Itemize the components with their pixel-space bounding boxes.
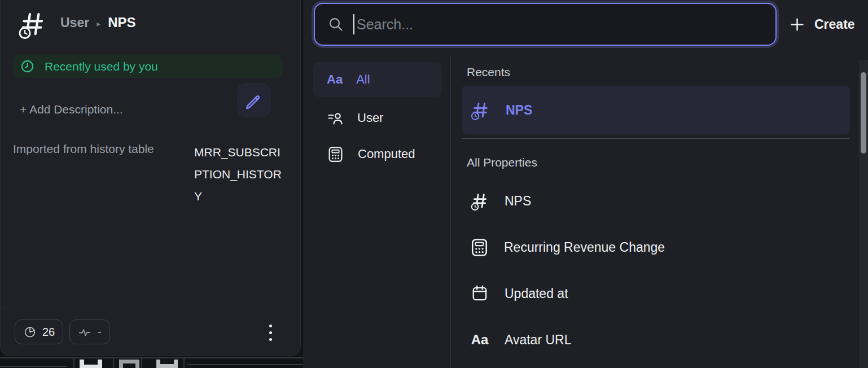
number-history-icon xyxy=(16,8,48,41)
filter-tab-all[interactable]: Aa All xyxy=(313,62,442,97)
property-item-nps[interactable]: NPS xyxy=(462,185,850,217)
edit-description-button[interactable] xyxy=(237,83,271,117)
background-artifact xyxy=(73,357,74,368)
background-artifact xyxy=(141,357,142,368)
scrollbar-thumb[interactable] xyxy=(861,72,866,154)
search-bar[interactable] xyxy=(314,3,777,46)
kebab-dot xyxy=(269,338,272,341)
imported-from-label: Imported from history table xyxy=(13,142,154,156)
recently-used-label: Recently used by you xyxy=(45,60,158,73)
property-label: Avatar URL xyxy=(505,332,571,348)
column-divider xyxy=(450,56,451,368)
recents-section-title: Recents xyxy=(467,65,510,79)
pie-chart-icon xyxy=(23,325,37,339)
number-history-icon xyxy=(470,191,490,211)
recent-item-nps[interactable]: NPS xyxy=(462,86,850,134)
more-options-button[interactable] xyxy=(265,321,276,344)
section-divider xyxy=(462,138,849,139)
trend-value: - xyxy=(98,325,102,339)
create-button[interactable]: Create xyxy=(790,9,868,40)
add-description-button[interactable]: + Add Description... xyxy=(20,103,123,116)
background-artifact xyxy=(183,357,185,368)
filter-tab-computed[interactable]: Computed xyxy=(313,137,442,172)
user-list-icon xyxy=(327,109,344,126)
background-artifact xyxy=(0,366,67,367)
usage-count-value: 26 xyxy=(42,326,55,339)
background-artifact xyxy=(156,360,178,368)
property-label: Recurring Revenue Change xyxy=(504,240,665,255)
calendar-icon xyxy=(470,284,490,303)
all-properties-section-title: All Properties xyxy=(467,156,537,169)
breadcrumb-parent[interactable]: User xyxy=(60,15,89,30)
clock-icon xyxy=(20,59,34,73)
property-detail-card: User ▸ NPS Recently used by you + Add De… xyxy=(0,0,301,356)
plus-icon xyxy=(790,17,805,32)
property-label: NPS xyxy=(506,103,532,118)
property-picker-popover: Create Aa All User xyxy=(303,0,868,368)
breadcrumb: User ▸ NPS xyxy=(60,15,136,30)
breadcrumb-current: NPS xyxy=(108,15,135,30)
background-artifact xyxy=(119,360,139,368)
text-format-icon: Aa xyxy=(470,332,490,348)
filter-tab-label: Computed xyxy=(358,147,415,161)
activity-pulse-icon xyxy=(78,325,92,339)
app-screen: User ▸ NPS Recently used by you + Add De… xyxy=(0,0,868,368)
property-label: NPS xyxy=(505,194,531,209)
property-item-updated-at[interactable]: Updated at xyxy=(462,278,850,309)
background-artifact xyxy=(187,364,303,365)
property-item-recurring-revenue-change[interactable]: Recurring Revenue Change xyxy=(462,231,850,263)
filter-tab-user[interactable]: User xyxy=(313,100,442,135)
background-artifact xyxy=(113,357,114,368)
background-artifact xyxy=(0,357,303,358)
filter-tab-label: User xyxy=(357,111,383,125)
create-button-label: Create xyxy=(814,17,855,32)
filter-tab-label: All xyxy=(356,72,370,87)
number-history-icon xyxy=(470,99,491,121)
property-item-avatar-url[interactable]: Aa Avatar URL xyxy=(462,324,850,356)
chevron-right-icon: ▸ xyxy=(97,17,100,28)
property-label: Updated at xyxy=(505,286,568,301)
trend-button[interactable]: - xyxy=(69,319,110,344)
text-format-icon: Aa xyxy=(327,72,343,87)
search-input[interactable] xyxy=(354,16,775,33)
footer-divider xyxy=(1,308,301,308)
usage-count-button[interactable]: 26 xyxy=(15,319,63,344)
kebab-dot xyxy=(269,325,272,327)
search-icon xyxy=(327,16,344,33)
recently-used-badge: Recently used by you xyxy=(13,55,283,78)
calculator-icon xyxy=(327,146,344,163)
calculator-icon xyxy=(470,238,489,257)
kebab-dot xyxy=(269,331,272,334)
imported-from-value: MRR_SUBSCRIPTION_HISTORY xyxy=(194,141,283,207)
background-artifact xyxy=(80,360,102,368)
pencil-icon xyxy=(243,90,265,111)
